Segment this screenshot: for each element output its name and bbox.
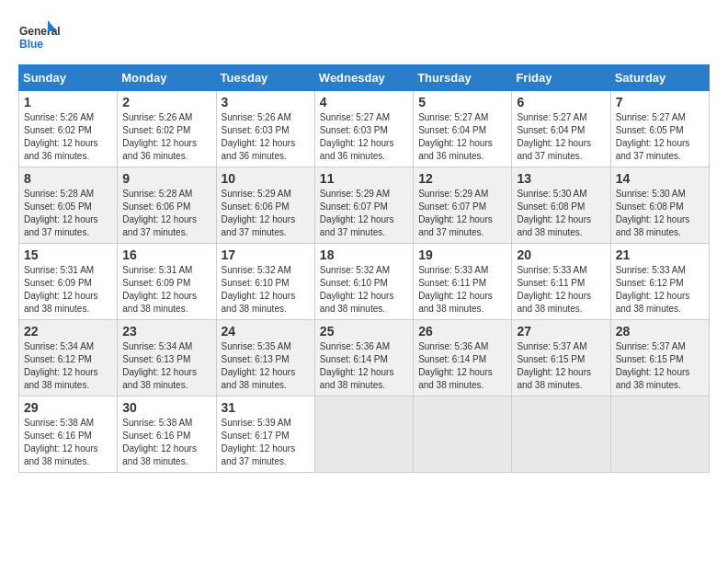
day-info: Sunrise: 5:34 AMSunset: 6:13 PMDaylight:…	[122, 341, 197, 390]
day-info: Sunrise: 5:29 AMSunset: 6:06 PMDaylight:…	[222, 189, 296, 237]
day-header-friday: Friday	[512, 65, 610, 91]
table-row	[414, 396, 512, 473]
day-info: Sunrise: 5:27 AMSunset: 6:03 PMDaylight:…	[320, 112, 394, 161]
day-number: 24	[222, 324, 310, 339]
day-number: 18	[320, 247, 408, 262]
table-row: 14Sunrise: 5:30 AMSunset: 6:08 PMDayligh…	[610, 167, 709, 244]
page-header: General Blue	[18, 18, 710, 55]
day-info: Sunrise: 5:29 AMSunset: 6:07 PMDaylight:…	[418, 189, 493, 237]
table-row: 10Sunrise: 5:29 AMSunset: 6:06 PMDayligh…	[216, 167, 314, 244]
day-info: Sunrise: 5:27 AMSunset: 6:04 PMDaylight:…	[517, 112, 591, 161]
day-info: Sunrise: 5:29 AMSunset: 6:07 PMDaylight:…	[320, 189, 394, 237]
day-info: Sunrise: 5:37 AMSunset: 6:15 PMDaylight:…	[517, 341, 591, 390]
table-row: 15Sunrise: 5:31 AMSunset: 6:09 PMDayligh…	[19, 244, 118, 320]
day-number: 9	[122, 171, 210, 186]
day-number: 28	[616, 324, 704, 339]
day-number: 22	[24, 324, 112, 339]
day-number: 20	[517, 247, 605, 262]
table-row: 5Sunrise: 5:27 AMSunset: 6:04 PMDaylight…	[414, 91, 512, 167]
table-row: 28Sunrise: 5:37 AMSunset: 6:15 PMDayligh…	[610, 320, 709, 396]
day-number: 1	[24, 95, 112, 109]
day-info: Sunrise: 5:30 AMSunset: 6:08 PMDaylight:…	[616, 189, 690, 237]
day-number: 21	[616, 247, 704, 262]
day-number: 3	[222, 95, 310, 109]
day-number: 17	[222, 247, 310, 262]
day-info: Sunrise: 5:28 AMSunset: 6:05 PMDaylight:…	[24, 189, 98, 237]
table-row: 25Sunrise: 5:36 AMSunset: 6:14 PMDayligh…	[314, 320, 413, 396]
day-number: 11	[320, 171, 408, 186]
table-row: 29Sunrise: 5:38 AMSunset: 6:16 PMDayligh…	[19, 396, 118, 473]
day-header-monday: Monday	[118, 65, 216, 91]
day-info: Sunrise: 5:33 AMSunset: 6:12 PMDaylight:…	[616, 265, 690, 314]
svg-text:Blue: Blue	[19, 38, 43, 51]
logo: General Blue	[18, 18, 60, 55]
day-info: Sunrise: 5:35 AMSunset: 6:13 PMDaylight:…	[222, 341, 296, 390]
day-number: 31	[222, 400, 310, 415]
day-info: Sunrise: 5:31 AMSunset: 6:09 PMDaylight:…	[24, 265, 98, 314]
day-header-wednesday: Wednesday	[314, 65, 413, 91]
day-number: 14	[616, 171, 704, 186]
day-number: 25	[320, 324, 408, 339]
day-info: Sunrise: 5:37 AMSunset: 6:15 PMDaylight:…	[616, 341, 690, 390]
table-row	[610, 396, 709, 473]
day-info: Sunrise: 5:33 AMSunset: 6:11 PMDaylight:…	[418, 265, 493, 314]
day-info: Sunrise: 5:36 AMSunset: 6:14 PMDaylight:…	[320, 341, 394, 390]
day-number: 29	[24, 400, 112, 415]
table-row: 13Sunrise: 5:30 AMSunset: 6:08 PMDayligh…	[512, 167, 610, 244]
table-row: 21Sunrise: 5:33 AMSunset: 6:12 PMDayligh…	[610, 244, 709, 320]
day-number: 2	[122, 95, 210, 109]
table-row	[314, 396, 413, 473]
day-info: Sunrise: 5:36 AMSunset: 6:14 PMDaylight:…	[418, 341, 493, 390]
table-row: 1Sunrise: 5:26 AMSunset: 6:02 PMDaylight…	[19, 91, 118, 167]
day-number: 13	[517, 171, 605, 186]
day-header-tuesday: Tuesday	[216, 65, 314, 91]
day-number: 30	[122, 400, 210, 415]
day-info: Sunrise: 5:38 AMSunset: 6:16 PMDaylight:…	[24, 418, 98, 466]
day-number: 26	[418, 324, 506, 339]
table-row: 12Sunrise: 5:29 AMSunset: 6:07 PMDayligh…	[414, 167, 512, 244]
day-number: 5	[418, 95, 506, 109]
table-row: 8Sunrise: 5:28 AMSunset: 6:05 PMDaylight…	[19, 167, 118, 244]
table-row: 4Sunrise: 5:27 AMSunset: 6:03 PMDaylight…	[314, 91, 413, 167]
table-row: 11Sunrise: 5:29 AMSunset: 6:07 PMDayligh…	[314, 167, 413, 244]
table-row: 27Sunrise: 5:37 AMSunset: 6:15 PMDayligh…	[512, 320, 610, 396]
table-row: 19Sunrise: 5:33 AMSunset: 6:11 PMDayligh…	[414, 244, 512, 320]
logo-graphic: General Blue	[18, 18, 60, 55]
day-number: 4	[320, 95, 408, 109]
table-row: 26Sunrise: 5:36 AMSunset: 6:14 PMDayligh…	[414, 320, 512, 396]
day-info: Sunrise: 5:26 AMSunset: 6:02 PMDaylight:…	[24, 112, 98, 161]
day-info: Sunrise: 5:27 AMSunset: 6:05 PMDaylight:…	[616, 112, 690, 161]
table-row: 30Sunrise: 5:38 AMSunset: 6:16 PMDayligh…	[118, 396, 216, 473]
day-info: Sunrise: 5:33 AMSunset: 6:11 PMDaylight:…	[517, 265, 591, 314]
day-number: 6	[517, 95, 605, 109]
table-row: 17Sunrise: 5:32 AMSunset: 6:10 PMDayligh…	[216, 244, 314, 320]
day-info: Sunrise: 5:27 AMSunset: 6:04 PMDaylight:…	[418, 112, 493, 161]
day-number: 19	[418, 247, 506, 262]
day-number: 8	[24, 171, 112, 186]
day-info: Sunrise: 5:31 AMSunset: 6:09 PMDaylight:…	[122, 265, 197, 314]
table-row: 2Sunrise: 5:26 AMSunset: 6:02 PMDaylight…	[118, 91, 216, 167]
day-info: Sunrise: 5:26 AMSunset: 6:03 PMDaylight:…	[222, 112, 296, 161]
day-info: Sunrise: 5:39 AMSunset: 6:17 PMDaylight:…	[222, 418, 296, 466]
day-info: Sunrise: 5:32 AMSunset: 6:10 PMDaylight:…	[320, 265, 394, 314]
table-row: 6Sunrise: 5:27 AMSunset: 6:04 PMDaylight…	[512, 91, 610, 167]
day-header-thursday: Thursday	[414, 65, 512, 91]
table-row: 23Sunrise: 5:34 AMSunset: 6:13 PMDayligh…	[118, 320, 216, 396]
table-row: 18Sunrise: 5:32 AMSunset: 6:10 PMDayligh…	[314, 244, 413, 320]
calendar-table: SundayMondayTuesdayWednesdayThursdayFrid…	[18, 64, 710, 473]
day-number: 27	[517, 324, 605, 339]
day-number: 7	[616, 95, 704, 109]
table-row: 16Sunrise: 5:31 AMSunset: 6:09 PMDayligh…	[118, 244, 216, 320]
day-number: 23	[122, 324, 210, 339]
day-header-saturday: Saturday	[610, 65, 709, 91]
day-info: Sunrise: 5:38 AMSunset: 6:16 PMDaylight:…	[122, 418, 197, 466]
day-number: 16	[122, 247, 210, 262]
day-info: Sunrise: 5:26 AMSunset: 6:02 PMDaylight:…	[122, 112, 197, 161]
day-info: Sunrise: 5:28 AMSunset: 6:06 PMDaylight:…	[122, 189, 197, 237]
day-number: 15	[24, 247, 112, 262]
table-row: 22Sunrise: 5:34 AMSunset: 6:12 PMDayligh…	[19, 320, 118, 396]
day-number: 12	[418, 171, 506, 186]
day-number: 10	[222, 171, 310, 186]
table-row	[512, 396, 610, 473]
table-row: 9Sunrise: 5:28 AMSunset: 6:06 PMDaylight…	[118, 167, 216, 244]
